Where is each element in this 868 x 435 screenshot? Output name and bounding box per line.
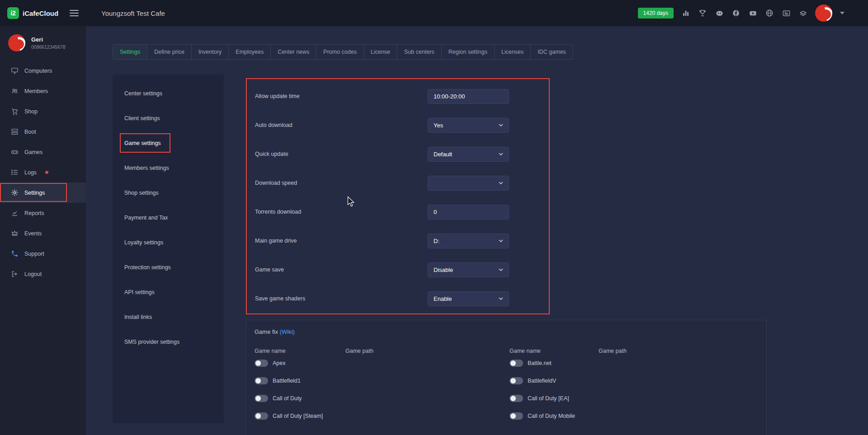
- field-label: Game save: [255, 267, 428, 273]
- sidebar-item-shop[interactable]: Shop: [0, 101, 86, 122]
- form-row-quick-update: Quick update Default: [247, 140, 549, 168]
- topbar: i2 iCafeCloud Youngzsoft Test Cafe 1420 …: [0, 0, 868, 26]
- tab-center-news[interactable]: Center news: [270, 44, 316, 60]
- translate-icon[interactable]: [782, 9, 791, 18]
- chevron-down-icon: [499, 124, 503, 126]
- chevron-down-icon: [499, 239, 503, 242]
- settings-menu-item-install-links[interactable]: Install links: [113, 304, 224, 329]
- settings-menu-item-game-settings[interactable]: Game settings: [113, 131, 224, 155]
- settings-menu-item-protection-settings[interactable]: Protection settings: [113, 255, 224, 280]
- settings-menu-item-members-settings[interactable]: Members settings: [113, 155, 224, 180]
- main-content: Settings Define price Inventory Employee…: [86, 26, 868, 435]
- trophy-icon[interactable]: [698, 9, 707, 18]
- toggle-battle-net[interactable]: [509, 360, 523, 367]
- settings-menu-item-api-settings[interactable]: API settings: [113, 280, 224, 304]
- toggle-apex[interactable]: [255, 360, 268, 367]
- toggle-call-of-duty-ea[interactable]: [509, 395, 523, 402]
- quick-update-select[interactable]: Default: [428, 147, 509, 162]
- stats-icon[interactable]: [681, 9, 690, 18]
- settings-menu-item-shop-settings[interactable]: Shop settings: [113, 180, 224, 205]
- sidebar-item-label: Games: [24, 149, 42, 155]
- sidebar-item-members[interactable]: Members: [0, 81, 86, 101]
- column-header: Game name: [255, 348, 345, 354]
- tab-license[interactable]: License: [363, 44, 397, 60]
- tab-promo-codes[interactable]: Promo codes: [316, 44, 364, 60]
- sidebar-item-label: Computers: [24, 68, 52, 74]
- sidebar-item-logs[interactable]: Logs: [0, 162, 86, 182]
- settings-menu-item-sms-provider-settings[interactable]: SMS provider settings: [113, 329, 224, 354]
- game-name: Battlefield1: [273, 378, 301, 384]
- sidebar-item-computers[interactable]: Computers: [0, 61, 86, 81]
- toggle-call-of-duty[interactable]: [255, 395, 268, 402]
- tab-sub-centers[interactable]: Sub centers: [397, 44, 442, 60]
- sidebar-item-support[interactable]: Support: [0, 243, 86, 264]
- sidebar-item-label: Support: [24, 251, 44, 257]
- save-game-shaders-select[interactable]: Enable: [428, 291, 509, 306]
- toggle-battlefieldv[interactable]: [509, 377, 523, 384]
- settings-menu-item-loyalty-settings[interactable]: Loyalty settings: [113, 230, 224, 255]
- main-game-drive-select[interactable]: D:: [428, 234, 509, 248]
- auto-download-select[interactable]: Yes: [428, 118, 509, 133]
- sidebar-item-label: Logs: [24, 169, 37, 176]
- sidebar-item-reports[interactable]: Reports: [0, 203, 86, 223]
- menu-item-label: Protection settings: [124, 264, 171, 271]
- sidebar-item-games[interactable]: Games: [0, 142, 86, 162]
- menu-item-label: Center settings: [124, 90, 162, 97]
- tab-settings[interactable]: Settings: [113, 44, 147, 60]
- cart-icon: [11, 108, 19, 115]
- game-fix-row: Call of Duty Call of Duty [EA]: [255, 389, 766, 407]
- field-label: Main game drive: [255, 238, 428, 244]
- youtube-icon[interactable]: [748, 9, 757, 18]
- people-icon: [11, 87, 19, 95]
- sidebar-item-boot[interactable]: Boot: [0, 122, 86, 142]
- menu-item-label: SMS provider settings: [124, 339, 179, 345]
- tab-licenses[interactable]: Licenses: [494, 44, 531, 60]
- phone-icon: [11, 250, 19, 257]
- tab-region-settings[interactable]: Region settings: [441, 44, 495, 60]
- game-name: Call of Duty: [273, 395, 302, 402]
- download-speed-select[interactable]: [428, 176, 509, 191]
- column-header: Game name: [509, 348, 599, 354]
- brand-zone: i2 iCafeCloud: [0, 0, 86, 26]
- layers-icon[interactable]: [798, 9, 807, 18]
- globe-icon[interactable]: [765, 9, 774, 18]
- user-avatar[interactable]: [815, 5, 832, 22]
- sidebar-item-events[interactable]: Events: [0, 223, 86, 243]
- monitor-icon: [11, 67, 19, 75]
- sidebar-item-logout[interactable]: Logout: [0, 264, 86, 284]
- license-days-badge[interactable]: 1420 days: [638, 8, 674, 19]
- brand-logo[interactable]: i2 iCafeCloud: [7, 7, 58, 19]
- tab-inventory[interactable]: Inventory: [191, 44, 229, 60]
- settings-menu-item-payment-and-tax[interactable]: Payment and Tax: [113, 205, 224, 230]
- facebook-icon[interactable]: [731, 9, 741, 18]
- wiki-link[interactable]: (Wiki): [280, 328, 295, 335]
- sidebar-item-label: Settings: [24, 190, 45, 196]
- brand-name: iCafeCloud: [23, 9, 58, 17]
- logout-icon: [11, 270, 19, 278]
- tab-idc-games[interactable]: IDC games: [530, 44, 573, 60]
- allow-update-time-input[interactable]: [428, 89, 509, 104]
- tab-employees[interactable]: Employees: [228, 44, 271, 60]
- hamburger-menu-icon[interactable]: [70, 10, 79, 16]
- sidebar-item-settings[interactable]: Settings: [0, 182, 86, 203]
- settings-menu: Center settings Client settings Game set…: [113, 75, 224, 423]
- settings-menu-item-client-settings[interactable]: Client settings: [113, 106, 224, 131]
- menu-item-label: Shop settings: [124, 190, 159, 196]
- discord-icon[interactable]: [715, 9, 724, 18]
- game-save-select[interactable]: Disable: [428, 262, 509, 277]
- chevron-down-icon[interactable]: [840, 12, 844, 14]
- toggle-call-of-duty-steam[interactable]: [255, 412, 268, 420]
- column-header: Game path: [599, 348, 766, 354]
- toggle-call-of-duty-mobile[interactable]: [509, 412, 523, 420]
- game-fix-row: Call of Duty [Steam] Call of Duty Mobile: [255, 407, 766, 425]
- chevron-down-icon: [499, 297, 503, 300]
- torrents-download-input[interactable]: [428, 205, 509, 220]
- logs-notification-dot: [45, 171, 48, 174]
- settings-menu-item-center-settings[interactable]: Center settings: [113, 81, 224, 106]
- gear-icon: [11, 189, 19, 196]
- toggle-battlefield1[interactable]: [255, 377, 268, 384]
- list-icon: [11, 168, 19, 176]
- server-icon: [11, 128, 19, 136]
- tab-define-price[interactable]: Define price: [147, 44, 192, 60]
- crown-icon: [11, 229, 19, 237]
